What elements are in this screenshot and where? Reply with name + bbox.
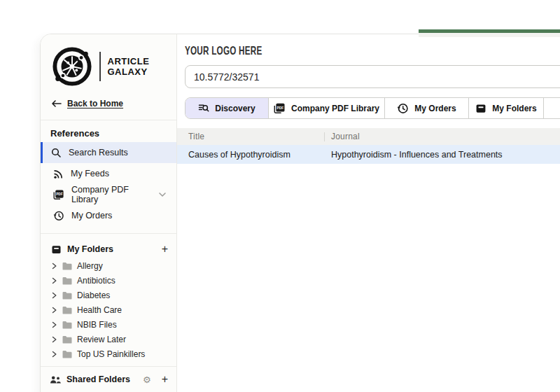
main-tab-bar: Discovery PDF Company PDF Library [185,97,560,119]
add-folder-button[interactable]: + [162,244,168,255]
folder-item-diabetes[interactable]: Diabetes [41,288,176,302]
chevron-right-icon[interactable] [51,336,57,343]
tab-label: My Orders [414,104,456,113]
sidebar-item-label: Search Results [69,148,128,158]
tab-label: My Folders [492,104,536,113]
sidebar-item-my-orders[interactable]: My Orders [41,205,176,226]
sidebar: ARTICLE GALAXY Back to Home References S… [41,34,177,392]
sidebar-item-company-pdf-library[interactable]: PDF Company PDF Library [41,184,176,205]
customer-logo-placeholder: YOUR LOGO HERE [185,44,262,57]
add-shared-folder-button[interactable]: + [162,374,168,385]
doi-search-input[interactable] [185,65,560,88]
archive-box-icon [475,103,486,114]
gear-icon[interactable]: ⚙ [143,375,151,384]
result-row-selected[interactable]: Causes of Hypothyroidism Hypothyroidism … [177,145,560,164]
my-folders-header[interactable]: My Folders + [41,240,176,258]
brand-divider [99,52,101,81]
history-icon [397,102,409,114]
background-window-toolbar-strip [419,33,560,37]
folder-label: Health Care [77,305,122,315]
sidebar-divider [41,233,176,234]
folder-item-top-us-painkillers[interactable]: Top US Painkillers [41,346,176,361]
folder-label: NBIB Files [77,320,117,330]
tab-label: Company PDF Library [291,104,379,113]
tab-my-orders[interactable]: My Orders [385,98,469,118]
column-header-title: Title [177,132,324,141]
back-to-home-link[interactable]: Back to Home [51,99,123,108]
tab-label: Discovery [215,104,255,113]
sidebar-item-my-feeds[interactable]: My Feeds [41,163,176,184]
references-section-title: References [50,128,176,139]
sidebar-item-label: My Feeds [71,169,109,178]
chevron-right-icon[interactable] [51,307,57,314]
list-search-icon [198,103,209,113]
app-window: ARTICLE GALAXY Back to Home References S… [40,34,560,392]
folder-label: Top US Painkillers [77,349,145,359]
pdf-icon: PDF [53,189,64,200]
tab-my-folders[interactable]: My Folders [469,98,544,118]
sidebar-divider [41,120,176,120]
search-icon [51,148,62,158]
folder-label: Antibiotics [77,276,115,286]
sidebar-item-label: My Orders [71,211,112,220]
folder-item-health-care[interactable]: Health Care [41,302,176,317]
svg-text:PDF: PDF [277,106,284,110]
chevron-right-icon[interactable] [51,277,57,284]
article-galaxy-logo-icon [52,46,92,87]
folder-item-review-later[interactable]: Review Later [41,332,176,346]
sidebar-item-search-results[interactable]: Search Results [41,142,176,163]
sidebar-divider [41,366,176,367]
back-to-home-label: Back to Home [67,99,123,108]
folder-icon [62,262,72,270]
folder-label: Review Later [77,335,126,344]
svg-text:PDF: PDF [56,192,62,196]
main-content: YOUR LOGO HERE Discovery [177,34,560,392]
chevron-right-icon[interactable] [51,292,57,299]
shared-folders-label: Shared Folders [66,374,130,384]
pdf-icon: PDF [274,102,286,114]
brand-line-2: GALAXY [108,66,150,77]
chevron-right-icon[interactable] [51,262,57,270]
history-icon [53,210,64,221]
folder-icon [62,350,72,358]
chevron-down-icon[interactable] [158,190,167,199]
sidebar-item-label: Company PDF Library [71,185,151,204]
my-folders-label: My Folders [67,244,113,254]
brand-line-1: ARTICLE [108,56,150,66]
folder-icon [62,291,72,300]
tab-company-pdf-library[interactable]: PDF Company PDF Library [269,98,385,118]
folder-icon [62,335,72,344]
folder-icon [62,276,72,285]
chevron-right-icon[interactable] [51,351,57,358]
shared-folders-header[interactable]: Shared Folders ⚙ + [41,370,176,388]
folder-item-nbib-files[interactable]: NBIB Files [41,317,176,332]
people-icon [50,375,62,384]
folder-label: Diabetes [77,290,110,300]
column-header-journal: Journal [325,132,360,141]
folder-label: Allergy [77,261,103,271]
back-arrow-icon [51,99,62,108]
tab-bar-spacer [544,98,560,118]
folder-item-allergy[interactable]: Allergy [41,258,176,273]
result-title-cell: Causes of Hypothyroidism [177,150,325,160]
results-table-header: Title Journal [177,128,560,145]
folder-icon [62,321,72,329]
brand-wordmark: ARTICLE GALAXY [108,56,150,77]
page-background: ARTICLE GALAXY Back to Home References S… [0,0,560,392]
chevron-right-icon[interactable] [51,321,57,328]
tab-discovery[interactable]: Discovery [186,98,269,118]
brand: ARTICLE GALAXY [41,34,176,87]
folder-item-antibiotics[interactable]: Antibiotics [41,273,176,288]
archive-box-icon [51,244,62,255]
result-journal-cell: Hypothyroidism - Influences and Treatmen… [325,150,503,160]
folder-icon [62,306,72,314]
rss-icon [53,169,64,179]
